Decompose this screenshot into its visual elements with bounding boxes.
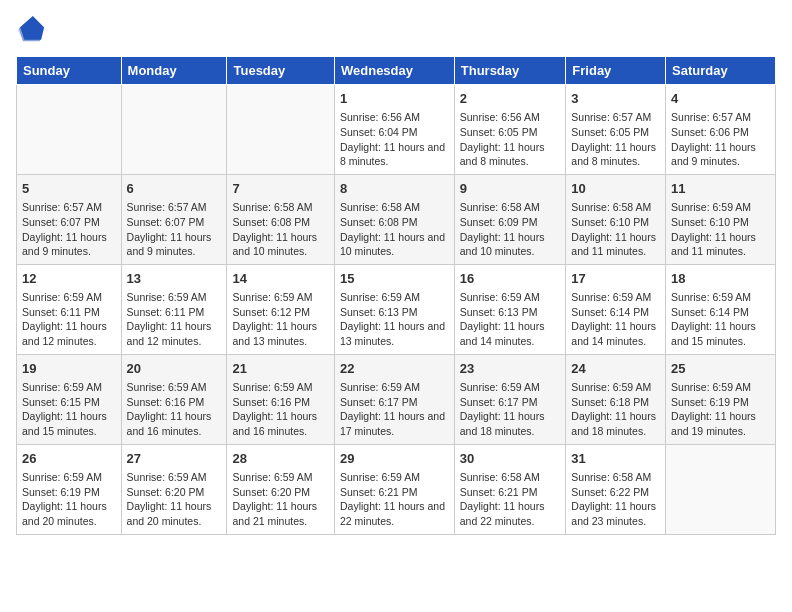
calendar-cell: 26Sunrise: 6:59 AM Sunset: 6:19 PM Dayli… (17, 444, 122, 534)
logo (16, 16, 48, 44)
day-number: 2 (460, 90, 561, 108)
calendar-cell (121, 85, 227, 175)
day-number: 30 (460, 450, 561, 468)
day-info: Sunrise: 6:59 AM Sunset: 6:20 PM Dayligh… (232, 470, 329, 529)
calendar-week-row: 1Sunrise: 6:56 AM Sunset: 6:04 PM Daylig… (17, 85, 776, 175)
calendar-cell: 9Sunrise: 6:58 AM Sunset: 6:09 PM Daylig… (454, 174, 566, 264)
day-info: Sunrise: 6:58 AM Sunset: 6:09 PM Dayligh… (460, 200, 561, 259)
calendar-cell: 13Sunrise: 6:59 AM Sunset: 6:11 PM Dayli… (121, 264, 227, 354)
calendar-cell: 15Sunrise: 6:59 AM Sunset: 6:13 PM Dayli… (334, 264, 454, 354)
day-number: 26 (22, 450, 116, 468)
day-number: 10 (571, 180, 660, 198)
day-info: Sunrise: 6:58 AM Sunset: 6:22 PM Dayligh… (571, 470, 660, 529)
day-info: Sunrise: 6:59 AM Sunset: 6:11 PM Dayligh… (127, 290, 222, 349)
calendar-cell: 17Sunrise: 6:59 AM Sunset: 6:14 PM Dayli… (566, 264, 666, 354)
calendar-cell: 27Sunrise: 6:59 AM Sunset: 6:20 PM Dayli… (121, 444, 227, 534)
day-number: 24 (571, 360, 660, 378)
day-info: Sunrise: 6:59 AM Sunset: 6:13 PM Dayligh… (460, 290, 561, 349)
day-number: 13 (127, 270, 222, 288)
day-number: 17 (571, 270, 660, 288)
day-number: 7 (232, 180, 329, 198)
day-number: 18 (671, 270, 770, 288)
day-number: 1 (340, 90, 449, 108)
day-number: 9 (460, 180, 561, 198)
day-number: 22 (340, 360, 449, 378)
day-number: 15 (340, 270, 449, 288)
column-header-wednesday: Wednesday (334, 57, 454, 85)
calendar-cell: 21Sunrise: 6:59 AM Sunset: 6:16 PM Dayli… (227, 354, 335, 444)
calendar-cell: 16Sunrise: 6:59 AM Sunset: 6:13 PM Dayli… (454, 264, 566, 354)
svg-marker-2 (20, 16, 44, 40)
column-header-friday: Friday (566, 57, 666, 85)
day-number: 5 (22, 180, 116, 198)
day-number: 11 (671, 180, 770, 198)
day-info: Sunrise: 6:57 AM Sunset: 6:05 PM Dayligh… (571, 110, 660, 169)
calendar-cell: 7Sunrise: 6:58 AM Sunset: 6:08 PM Daylig… (227, 174, 335, 264)
column-header-monday: Monday (121, 57, 227, 85)
day-info: Sunrise: 6:58 AM Sunset: 6:08 PM Dayligh… (232, 200, 329, 259)
calendar-cell: 3Sunrise: 6:57 AM Sunset: 6:05 PM Daylig… (566, 85, 666, 175)
page-header (16, 16, 776, 44)
day-info: Sunrise: 6:59 AM Sunset: 6:13 PM Dayligh… (340, 290, 449, 349)
day-info: Sunrise: 6:59 AM Sunset: 6:21 PM Dayligh… (340, 470, 449, 529)
calendar-cell: 19Sunrise: 6:59 AM Sunset: 6:15 PM Dayli… (17, 354, 122, 444)
calendar-cell: 1Sunrise: 6:56 AM Sunset: 6:04 PM Daylig… (334, 85, 454, 175)
calendar-cell: 11Sunrise: 6:59 AM Sunset: 6:10 PM Dayli… (666, 174, 776, 264)
day-number: 4 (671, 90, 770, 108)
calendar-week-row: 5Sunrise: 6:57 AM Sunset: 6:07 PM Daylig… (17, 174, 776, 264)
day-number: 21 (232, 360, 329, 378)
calendar-cell: 2Sunrise: 6:56 AM Sunset: 6:05 PM Daylig… (454, 85, 566, 175)
calendar-cell: 29Sunrise: 6:59 AM Sunset: 6:21 PM Dayli… (334, 444, 454, 534)
day-number: 6 (127, 180, 222, 198)
day-info: Sunrise: 6:59 AM Sunset: 6:15 PM Dayligh… (22, 380, 116, 439)
calendar-table: SundayMondayTuesdayWednesdayThursdayFrid… (16, 56, 776, 535)
calendar-cell: 24Sunrise: 6:59 AM Sunset: 6:18 PM Dayli… (566, 354, 666, 444)
calendar-cell (666, 444, 776, 534)
logo-icon (16, 16, 44, 44)
day-info: Sunrise: 6:59 AM Sunset: 6:18 PM Dayligh… (571, 380, 660, 439)
day-info: Sunrise: 6:59 AM Sunset: 6:12 PM Dayligh… (232, 290, 329, 349)
calendar-cell: 6Sunrise: 6:57 AM Sunset: 6:07 PM Daylig… (121, 174, 227, 264)
day-info: Sunrise: 6:58 AM Sunset: 6:21 PM Dayligh… (460, 470, 561, 529)
day-info: Sunrise: 6:59 AM Sunset: 6:19 PM Dayligh… (22, 470, 116, 529)
day-number: 31 (571, 450, 660, 468)
calendar-cell: 23Sunrise: 6:59 AM Sunset: 6:17 PM Dayli… (454, 354, 566, 444)
day-info: Sunrise: 6:59 AM Sunset: 6:19 PM Dayligh… (671, 380, 770, 439)
day-info: Sunrise: 6:58 AM Sunset: 6:08 PM Dayligh… (340, 200, 449, 259)
column-header-sunday: Sunday (17, 57, 122, 85)
day-number: 8 (340, 180, 449, 198)
day-number: 16 (460, 270, 561, 288)
calendar-cell: 31Sunrise: 6:58 AM Sunset: 6:22 PM Dayli… (566, 444, 666, 534)
day-info: Sunrise: 6:59 AM Sunset: 6:17 PM Dayligh… (340, 380, 449, 439)
calendar-cell (17, 85, 122, 175)
day-number: 19 (22, 360, 116, 378)
day-number: 25 (671, 360, 770, 378)
day-info: Sunrise: 6:59 AM Sunset: 6:14 PM Dayligh… (671, 290, 770, 349)
day-info: Sunrise: 6:57 AM Sunset: 6:07 PM Dayligh… (127, 200, 222, 259)
calendar-week-row: 12Sunrise: 6:59 AM Sunset: 6:11 PM Dayli… (17, 264, 776, 354)
day-info: Sunrise: 6:57 AM Sunset: 6:07 PM Dayligh… (22, 200, 116, 259)
day-number: 12 (22, 270, 116, 288)
column-header-saturday: Saturday (666, 57, 776, 85)
calendar-cell: 14Sunrise: 6:59 AM Sunset: 6:12 PM Dayli… (227, 264, 335, 354)
calendar-cell: 8Sunrise: 6:58 AM Sunset: 6:08 PM Daylig… (334, 174, 454, 264)
day-info: Sunrise: 6:56 AM Sunset: 6:04 PM Dayligh… (340, 110, 449, 169)
calendar-cell: 5Sunrise: 6:57 AM Sunset: 6:07 PM Daylig… (17, 174, 122, 264)
day-number: 14 (232, 270, 329, 288)
day-info: Sunrise: 6:59 AM Sunset: 6:16 PM Dayligh… (232, 380, 329, 439)
day-info: Sunrise: 6:59 AM Sunset: 6:14 PM Dayligh… (571, 290, 660, 349)
calendar-header-row: SundayMondayTuesdayWednesdayThursdayFrid… (17, 57, 776, 85)
calendar-cell: 28Sunrise: 6:59 AM Sunset: 6:20 PM Dayli… (227, 444, 335, 534)
calendar-cell: 22Sunrise: 6:59 AM Sunset: 6:17 PM Dayli… (334, 354, 454, 444)
day-info: Sunrise: 6:59 AM Sunset: 6:20 PM Dayligh… (127, 470, 222, 529)
calendar-week-row: 26Sunrise: 6:59 AM Sunset: 6:19 PM Dayli… (17, 444, 776, 534)
calendar-week-row: 19Sunrise: 6:59 AM Sunset: 6:15 PM Dayli… (17, 354, 776, 444)
day-number: 20 (127, 360, 222, 378)
day-info: Sunrise: 6:59 AM Sunset: 6:11 PM Dayligh… (22, 290, 116, 349)
day-number: 28 (232, 450, 329, 468)
day-info: Sunrise: 6:59 AM Sunset: 6:17 PM Dayligh… (460, 380, 561, 439)
day-info: Sunrise: 6:57 AM Sunset: 6:06 PM Dayligh… (671, 110, 770, 169)
calendar-cell: 25Sunrise: 6:59 AM Sunset: 6:19 PM Dayli… (666, 354, 776, 444)
calendar-cell (227, 85, 335, 175)
day-number: 29 (340, 450, 449, 468)
